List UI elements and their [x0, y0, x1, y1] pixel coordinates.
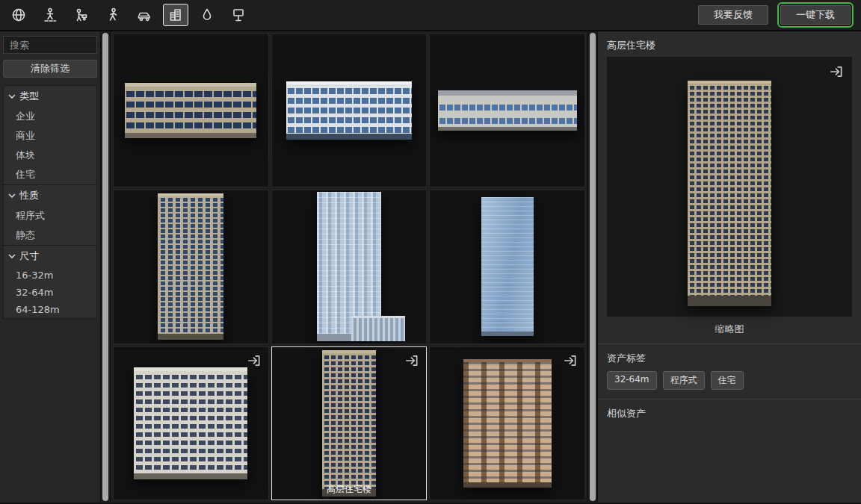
pedestrian-icon: [105, 7, 121, 23]
sign-button[interactable]: [226, 4, 251, 26]
filter-section-header[interactable]: 尺寸: [4, 245, 96, 267]
tags-section-title: 资产标签: [607, 344, 852, 371]
filter-section-title: 尺寸: [19, 249, 39, 263]
open-asset-button[interactable]: [404, 353, 420, 370]
similar-assets-area: [607, 426, 852, 503]
filter-section-title: 性质: [19, 189, 39, 202]
filter-section-nature: 性质 程序式 静态: [4, 184, 96, 245]
filter-item[interactable]: 体块: [4, 146, 96, 165]
building-thumbnail: [158, 193, 223, 340]
asset-card-selected[interactable]: 高层住宅楼: [271, 346, 428, 500]
building-thumbnail: [317, 192, 381, 341]
sign-icon: [230, 7, 247, 23]
globe-button[interactable]: [6, 4, 31, 26]
chevron-down-icon: [8, 93, 16, 99]
building-thumbnail: [322, 350, 376, 497]
building-button[interactable]: [163, 4, 188, 26]
asset-card[interactable]: [113, 346, 269, 500]
toolbar-icon-group: [6, 4, 251, 26]
selected-asset-title: 高层住宅楼: [607, 39, 852, 57]
crossing-icon: [42, 7, 58, 23]
building-thumbnail: [438, 90, 577, 131]
asset-tag: 住宅: [711, 371, 744, 390]
asset-preview: [607, 57, 852, 317]
filter-section-size: 尺寸 16-32m 32-64m 64-128m: [4, 245, 96, 318]
cart-button[interactable]: [69, 4, 94, 26]
drop-icon: [199, 7, 215, 23]
asset-card[interactable]: [271, 190, 428, 343]
filter-sections: 类型 企业 商业 体块 住宅 性质 程序式 静态 尺寸 1: [3, 85, 97, 319]
open-asset-button[interactable]: [246, 353, 262, 370]
filter-item[interactable]: 16-32m: [4, 267, 96, 284]
export-icon: [563, 353, 578, 368]
export-icon: [404, 353, 419, 368]
asset-name-label: 高层住宅楼: [272, 483, 427, 496]
building-podium: [351, 316, 405, 341]
grid-scrollbar[interactable]: [587, 31, 598, 503]
cart-icon: [73, 7, 90, 23]
crossing-button[interactable]: [37, 4, 63, 26]
thumbnail-caption: 缩略图: [607, 317, 852, 343]
scrollbar-thumb[interactable]: [590, 33, 596, 501]
filter-item[interactable]: 32-64m: [4, 284, 96, 301]
drop-button[interactable]: [194, 4, 220, 26]
asset-card[interactable]: [271, 34, 428, 187]
building-thumbnail: [125, 83, 256, 138]
chevron-down-icon: [8, 193, 16, 199]
filter-item[interactable]: 企业: [4, 107, 96, 126]
asset-card[interactable]: [113, 190, 269, 343]
building-thumbnail: [463, 359, 552, 488]
asset-card[interactable]: [429, 346, 585, 500]
filter-item[interactable]: 程序式: [4, 206, 96, 225]
asset-card[interactable]: [429, 34, 585, 187]
similar-section-title: 相似资产: [607, 399, 852, 426]
toolbar-actions: 我要反馈 一键下载: [698, 5, 855, 25]
scrollbar-thumb[interactable]: [102, 33, 108, 501]
details-panel: 高层住宅楼 缩略图 资产标签 32-64m 程序式 住宅 相似资产: [598, 31, 861, 503]
asset-grid: 高层住宅楼: [111, 31, 587, 503]
globe-icon: [10, 7, 27, 23]
open-asset-button[interactable]: [562, 353, 578, 370]
toolbar: 我要反馈 一键下载: [0, 0, 861, 31]
filter-section-title: 类型: [19, 90, 39, 103]
open-asset-button[interactable]: [828, 64, 845, 81]
sidebar: 清除筛选 类型 企业 商业 体块 住宅 性质 程序式 静态: [0, 31, 100, 503]
asset-card[interactable]: [113, 34, 269, 187]
car-icon: [136, 7, 152, 23]
filter-section-header[interactable]: 性质: [4, 184, 96, 206]
export-icon: [247, 353, 262, 368]
filter-item[interactable]: 静态: [4, 225, 96, 245]
building-icon: [167, 7, 184, 23]
car-button[interactable]: [132, 4, 157, 26]
clear-filter-button[interactable]: 清除筛选: [3, 60, 97, 78]
asset-card[interactable]: [429, 190, 585, 343]
building-thumbnail: [134, 367, 247, 479]
export-icon: [829, 64, 844, 79]
filter-section-header[interactable]: 类型: [4, 86, 96, 107]
asset-tag: 程序式: [663, 371, 705, 390]
building-thumbnail: [481, 197, 534, 336]
filter-item[interactable]: 64-128m: [4, 301, 96, 318]
feedback-button[interactable]: 我要反馈: [698, 5, 768, 25]
search-input[interactable]: [3, 36, 97, 54]
pedestrian-button[interactable]: [100, 4, 126, 26]
download-button[interactable]: 一键下载: [780, 5, 851, 25]
building-preview: [688, 81, 771, 306]
tag-list: 32-64m 程序式 住宅: [607, 371, 852, 399]
filter-item[interactable]: 住宅: [4, 165, 96, 184]
chevron-down-icon: [8, 253, 16, 259]
asset-tag: 32-64m: [607, 371, 657, 390]
filter-section-type: 类型 企业 商业 体块 住宅: [4, 86, 96, 184]
filter-item[interactable]: 商业: [4, 126, 96, 146]
sidebar-scrollbar[interactable]: [100, 31, 111, 503]
building-thumbnail: [286, 81, 412, 140]
